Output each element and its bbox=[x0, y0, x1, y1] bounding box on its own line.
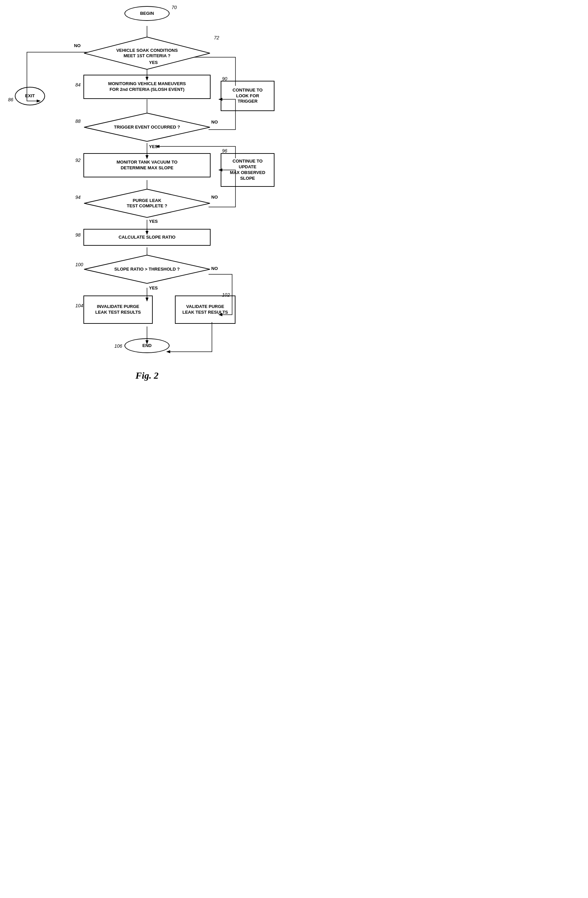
figure-caption-text: Fig. 2 bbox=[135, 370, 158, 381]
invalidate-ref: 104 bbox=[75, 303, 83, 308]
vehicle-soak-shape: VEHICLE SOAK CONDITIONSMEET 1ST CRITERIA… bbox=[83, 36, 210, 70]
monitoring-ref: 84 bbox=[75, 82, 81, 88]
trigger-event-shape: TRIGGER EVENT OCCURRED ? bbox=[83, 112, 210, 142]
slope-ratio-label: SLOPE RATIO > THRESHOLD ? bbox=[111, 267, 183, 272]
continue-trigger-ref: 90 bbox=[222, 76, 227, 81]
end-shape: END bbox=[124, 338, 170, 353]
end-label: END bbox=[142, 343, 151, 348]
validate-ref: 102 bbox=[222, 292, 230, 298]
no-label-soak: NO bbox=[74, 43, 81, 48]
no-label-trigger: NO bbox=[211, 120, 218, 125]
yes-label-slope: YES bbox=[149, 285, 158, 291]
trigger-event-label: TRIGGER EVENT OCCURRED ? bbox=[111, 125, 183, 130]
continue-trigger-label: CONTINUE TOLOOK FORTRIGGER bbox=[232, 88, 263, 105]
yes-label-purge: YES bbox=[149, 219, 158, 224]
validate-shape: VALIDATE PURGELEAK TEST RESULTS bbox=[175, 295, 235, 324]
validate-label: VALIDATE PURGELEAK TEST RESULTS bbox=[182, 304, 228, 315]
vehicle-soak-label: VEHICLE SOAK CONDITIONSMEET 1ST CRITERIA… bbox=[113, 48, 181, 59]
continue-update-label: CONTINUE TOUPDATEMAX OBSERVEDSLOPE bbox=[230, 158, 265, 181]
monitor-tank-ref: 92 bbox=[75, 157, 81, 163]
monitor-tank-shape: MONITOR TANK VACUUM TODETERMINE MAX SLOP… bbox=[83, 153, 210, 177]
slope-ratio-shape: SLOPE RATIO > THRESHOLD ? bbox=[83, 254, 210, 284]
begin-shape: BEGIN bbox=[124, 6, 170, 21]
calculate-slope-ref: 98 bbox=[75, 232, 81, 238]
continue-trigger-shape: CONTINUE TOLOOK FORTRIGGER bbox=[221, 81, 275, 111]
monitoring-shape: MONITORING VEHICLE MANEUVERSFOR 2nd CRIT… bbox=[83, 75, 210, 99]
trigger-event-ref: 88 bbox=[75, 118, 81, 124]
yes-label-trigger: YES bbox=[149, 144, 158, 149]
monitoring-label: MONITORING VEHICLE MANEUVERSFOR 2nd CRIT… bbox=[108, 81, 186, 92]
purge-leak-shape: PURGE LEAKTEST COMPLETE ? bbox=[83, 189, 210, 218]
no-label-slope: NO bbox=[211, 266, 218, 271]
purge-leak-ref: 94 bbox=[75, 195, 81, 200]
begin-label: BEGIN bbox=[140, 11, 154, 16]
vehicle-soak-ref: 72 bbox=[214, 35, 220, 40]
end-ref: 106 bbox=[114, 343, 122, 349]
figure-caption: Fig. 2 bbox=[0, 370, 294, 381]
monitor-tank-label: MONITOR TANK VACUUM TODETERMINE MAX SLOP… bbox=[117, 160, 177, 171]
calculate-slope-label: CALCULATE SLOPE RATIO bbox=[118, 235, 175, 240]
continue-update-ref: 96 bbox=[222, 148, 227, 154]
yes-label-soak: YES bbox=[149, 60, 158, 65]
invalidate-label: INVALIDATE PURGELEAK TEST RESULTS bbox=[95, 304, 141, 315]
diagram-container: BEGIN 70 VEHICLE SOAK CONDITIONSMEET 1ST… bbox=[0, 0, 294, 438]
continue-update-shape: CONTINUE TOUPDATEMAX OBSERVEDSLOPE bbox=[221, 153, 275, 187]
slope-ratio-ref: 100 bbox=[75, 262, 83, 267]
begin-ref: 70 bbox=[172, 5, 177, 10]
no-label-purge: NO bbox=[211, 195, 218, 200]
purge-leak-label: PURGE LEAKTEST COMPLETE ? bbox=[123, 198, 171, 209]
exit-label: EXIT bbox=[25, 93, 35, 98]
exit-ref: 86 bbox=[8, 97, 14, 102]
exit-shape: EXIT bbox=[15, 87, 45, 105]
calculate-slope-shape: CALCULATE SLOPE RATIO bbox=[83, 229, 210, 246]
invalidate-shape: INVALIDATE PURGELEAK TEST RESULTS bbox=[83, 295, 153, 324]
